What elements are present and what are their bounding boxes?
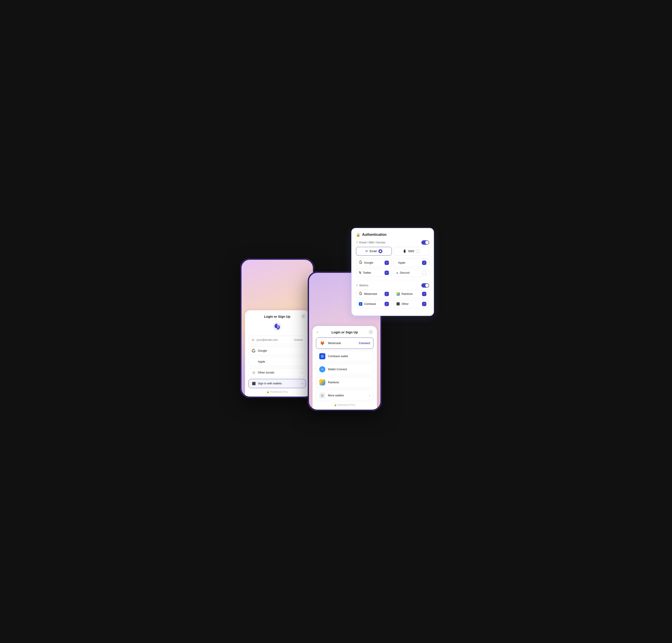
- coinbase-wallet-item[interactable]: ⊡ Coinbase wallet: [316, 351, 373, 362]
- metamask-checkbox[interactable]: ✓: [385, 292, 389, 296]
- wallets-drag-icon: ⠿: [356, 284, 358, 287]
- email-sms-selector: ✉ Email 📱 SMS: [356, 247, 429, 256]
- other-option-icon: ⬛: [396, 302, 400, 305]
- socials-grid: Google ✓ Apple ✓ 𝕏 Twitter ✓: [356, 259, 429, 277]
- modal-header-left: Login or Sign Up ×: [248, 315, 306, 318]
- coinbase-icon: ⊡: [319, 353, 325, 359]
- privy-logo: [272, 322, 282, 331]
- rainbow-wallet-item[interactable]: 🌈 Rainbow: [316, 377, 373, 388]
- apple-checkbox[interactable]: ✓: [422, 260, 426, 265]
- close-button-right[interactable]: ×: [368, 329, 373, 335]
- google-label: Google: [258, 349, 267, 352]
- metamask-option[interactable]: Metamask ✓: [356, 290, 392, 298]
- google-option-icon: [359, 260, 362, 265]
- discord-option[interactable]: ● Discord: [394, 269, 429, 277]
- email-selector-label: Email: [370, 250, 377, 253]
- apple-option[interactable]: Apple ✓: [394, 259, 429, 267]
- auth-panel: 🔒 Authentication ⠿ Email / SMS / Socials…: [351, 228, 434, 316]
- rainbow-icon: 🌈: [319, 379, 325, 386]
- rainbow-option-left: Rainbow: [396, 292, 413, 296]
- metamask-option-left: Metamask: [359, 292, 377, 296]
- email-sms-toggle[interactable]: [421, 240, 429, 245]
- coinbase-option-icon: C: [359, 302, 362, 306]
- back-button[interactable]: ←: [316, 330, 320, 334]
- other-socials-label: Other socials: [258, 371, 274, 374]
- connect-button[interactable]: Connect: [359, 341, 370, 345]
- metamask-wallet-item[interactable]: 🦊 Metamask Connect: [316, 338, 373, 349]
- twitter-option-icon: 𝕏: [359, 271, 361, 274]
- apple-icon: [252, 360, 256, 364]
- walletconnect-wallet-item[interactable]: ≈ Wallet Connect: [316, 364, 373, 375]
- sms-selector-button[interactable]: 📱 SMS: [394, 247, 429, 256]
- lock-icon: 🔒: [356, 233, 360, 237]
- login-modal-left: Login or Sign Up × ✉ Submit: [245, 310, 309, 397]
- rainbow-option-icon: [396, 292, 400, 296]
- other-option[interactable]: ⬛ Other ✓: [394, 300, 429, 308]
- wallet-icon: ⬛: [252, 381, 256, 386]
- email-selector-icon: ✉: [365, 250, 368, 253]
- wallets-button[interactable]: ⬛ Sign in with wallets ›: [248, 379, 306, 388]
- email-input[interactable]: [257, 338, 294, 341]
- email-icon: ✉: [252, 338, 254, 342]
- modal-title-right: Login or Sign Up: [332, 330, 358, 334]
- chevron-right-icon: ›: [302, 371, 303, 374]
- google-checkbox[interactable]: ✓: [385, 260, 389, 265]
- wallets-section-label: ⠿ Wallets: [356, 284, 369, 287]
- email-sms-section-header: ⠿ Email / SMS / Socials: [356, 240, 429, 245]
- coinbase-label: Coinbase wallet: [328, 354, 348, 358]
- email-radio: [378, 249, 382, 253]
- modal-title-left: Login or Sign Up: [264, 315, 290, 318]
- walletconnect-icon: ≈: [319, 366, 325, 372]
- other-option-left: ⬛ Other: [396, 302, 409, 305]
- rainbow-option-label: Rainbow: [401, 292, 413, 295]
- panel-divider: [356, 280, 429, 280]
- other-option-label: Other: [401, 302, 409, 305]
- protected-label-right: 🔒 Protected by Privy: [316, 404, 373, 406]
- logo-area: [248, 322, 306, 331]
- google-icon: [252, 349, 256, 353]
- discord-option-label: Discord: [400, 271, 409, 274]
- wallets-grid: Metamask ✓ Rainbow ✓ C Coinbase ✓: [356, 290, 429, 308]
- submit-button[interactable]: Submit: [294, 338, 303, 341]
- google-option-label: Google: [364, 261, 373, 264]
- email-sms-label: ⠿ Email / SMS / Socials: [356, 241, 385, 244]
- email-input-row[interactable]: ✉ Submit: [248, 336, 306, 344]
- user-circle-icon: ⊙: [252, 371, 256, 375]
- rainbow-checkbox[interactable]: ✓: [422, 292, 426, 296]
- shield-icon-right: 🔒: [334, 404, 337, 406]
- coinbase-option[interactable]: C Coinbase ✓: [356, 300, 392, 308]
- discord-option-icon: ●: [396, 271, 398, 275]
- coinbase-checkbox[interactable]: ✓: [385, 302, 389, 306]
- rainbow-option[interactable]: Rainbow ✓: [394, 290, 429, 298]
- twitter-option[interactable]: 𝕏 Twitter ✓: [356, 269, 392, 277]
- discord-option-left: ● Discord: [396, 271, 410, 275]
- more-wallets-label: More wallets: [328, 394, 344, 397]
- metamask-option-label: Metamask: [364, 292, 377, 295]
- twitter-option-left: 𝕏 Twitter: [359, 271, 371, 274]
- login-modal-right: ← Login or Sign Up × 🦊 Metamask Connect …: [312, 326, 377, 410]
- discord-checkbox[interactable]: [422, 271, 426, 275]
- close-button-left[interactable]: ×: [301, 314, 306, 319]
- metamask-option-icon: [359, 292, 362, 296]
- twitter-checkbox[interactable]: ✓: [385, 271, 389, 275]
- scene: Login or Sign Up × ✉ Submit: [238, 228, 434, 415]
- google-option-left: Google: [359, 260, 373, 265]
- sms-selector-icon: 📱: [403, 250, 406, 253]
- google-auth-button[interactable]: Google: [248, 346, 306, 355]
- walletconnect-label: Wallet Connect: [328, 367, 347, 371]
- chevron-right-wallets-icon: ›: [302, 382, 303, 385]
- other-checkbox[interactable]: ✓: [422, 302, 426, 306]
- wallets-toggle[interactable]: [421, 283, 429, 288]
- drag-handle-icon: ⠿: [356, 241, 358, 244]
- phone-left-inner: Login or Sign Up × ✉ Submit: [240, 258, 314, 398]
- wallets-section-header: ⠿ Wallets: [356, 283, 429, 288]
- apple-auth-button[interactable]: Apple: [248, 357, 306, 366]
- coinbase-option-left: C Coinbase: [359, 302, 376, 306]
- more-wallets-item[interactable]: ⊟ More wallets ›: [316, 390, 373, 401]
- email-selector-button[interactable]: ✉ Email: [356, 247, 392, 256]
- google-option[interactable]: Google ✓: [356, 259, 392, 267]
- other-socials-button[interactable]: ⊙ Other socials ›: [248, 368, 306, 377]
- metamask-icon: 🦊: [319, 340, 325, 346]
- apple-option-left: Apple: [396, 261, 405, 264]
- wallets-label: Sign in with wallets: [258, 382, 282, 385]
